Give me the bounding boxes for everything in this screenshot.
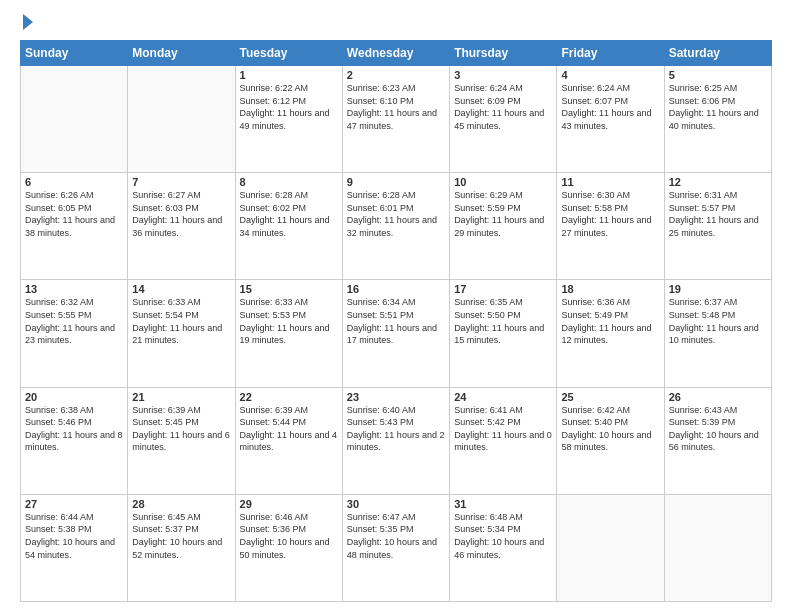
day-detail: Sunrise: 6:24 AMSunset: 6:07 PMDaylight:… [561,82,659,132]
day-number: 28 [132,498,230,510]
day-detail: Sunrise: 6:26 AMSunset: 6:05 PMDaylight:… [25,189,123,239]
calendar-cell: 16Sunrise: 6:34 AMSunset: 5:51 PMDayligh… [342,280,449,387]
calendar-cell: 15Sunrise: 6:33 AMSunset: 5:53 PMDayligh… [235,280,342,387]
day-detail: Sunrise: 6:28 AMSunset: 6:02 PMDaylight:… [240,189,338,239]
day-number: 6 [25,176,123,188]
day-number: 30 [347,498,445,510]
page: SundayMondayTuesdayWednesdayThursdayFrid… [0,0,792,612]
day-number: 8 [240,176,338,188]
day-detail: Sunrise: 6:44 AMSunset: 5:38 PMDaylight:… [25,511,123,561]
day-number: 17 [454,283,552,295]
day-detail: Sunrise: 6:47 AMSunset: 5:35 PMDaylight:… [347,511,445,561]
day-detail: Sunrise: 6:32 AMSunset: 5:55 PMDaylight:… [25,296,123,346]
calendar-cell: 5Sunrise: 6:25 AMSunset: 6:06 PMDaylight… [664,66,771,173]
day-detail: Sunrise: 6:45 AMSunset: 5:37 PMDaylight:… [132,511,230,561]
logo [20,16,33,30]
weekday-header-saturday: Saturday [664,41,771,66]
day-number: 21 [132,391,230,403]
logo-arrow-icon [23,14,33,30]
calendar-cell: 31Sunrise: 6:48 AMSunset: 5:34 PMDayligh… [450,494,557,601]
day-number: 20 [25,391,123,403]
day-number: 27 [25,498,123,510]
calendar-cell [21,66,128,173]
calendar-cell: 2Sunrise: 6:23 AMSunset: 6:10 PMDaylight… [342,66,449,173]
day-number: 4 [561,69,659,81]
calendar-cell: 20Sunrise: 6:38 AMSunset: 5:46 PMDayligh… [21,387,128,494]
day-number: 23 [347,391,445,403]
day-number: 22 [240,391,338,403]
day-number: 31 [454,498,552,510]
day-number: 29 [240,498,338,510]
calendar-cell: 17Sunrise: 6:35 AMSunset: 5:50 PMDayligh… [450,280,557,387]
calendar-cell: 21Sunrise: 6:39 AMSunset: 5:45 PMDayligh… [128,387,235,494]
weekday-header-friday: Friday [557,41,664,66]
calendar-cell: 1Sunrise: 6:22 AMSunset: 6:12 PMDaylight… [235,66,342,173]
calendar-cell: 12Sunrise: 6:31 AMSunset: 5:57 PMDayligh… [664,173,771,280]
day-detail: Sunrise: 6:24 AMSunset: 6:09 PMDaylight:… [454,82,552,132]
weekday-header-sunday: Sunday [21,41,128,66]
day-number: 16 [347,283,445,295]
calendar-cell [664,494,771,601]
calendar-cell: 27Sunrise: 6:44 AMSunset: 5:38 PMDayligh… [21,494,128,601]
calendar-cell: 9Sunrise: 6:28 AMSunset: 6:01 PMDaylight… [342,173,449,280]
header [20,16,772,30]
day-detail: Sunrise: 6:39 AMSunset: 5:44 PMDaylight:… [240,404,338,454]
calendar-cell: 23Sunrise: 6:40 AMSunset: 5:43 PMDayligh… [342,387,449,494]
weekday-header-wednesday: Wednesday [342,41,449,66]
day-detail: Sunrise: 6:35 AMSunset: 5:50 PMDaylight:… [454,296,552,346]
day-detail: Sunrise: 6:30 AMSunset: 5:58 PMDaylight:… [561,189,659,239]
weekday-header-thursday: Thursday [450,41,557,66]
calendar-cell: 24Sunrise: 6:41 AMSunset: 5:42 PMDayligh… [450,387,557,494]
day-number: 24 [454,391,552,403]
calendar-cell: 29Sunrise: 6:46 AMSunset: 5:36 PMDayligh… [235,494,342,601]
day-detail: Sunrise: 6:31 AMSunset: 5:57 PMDaylight:… [669,189,767,239]
day-number: 14 [132,283,230,295]
day-number: 12 [669,176,767,188]
day-detail: Sunrise: 6:39 AMSunset: 5:45 PMDaylight:… [132,404,230,454]
day-number: 3 [454,69,552,81]
weekday-header-row: SundayMondayTuesdayWednesdayThursdayFrid… [21,41,772,66]
calendar-cell: 10Sunrise: 6:29 AMSunset: 5:59 PMDayligh… [450,173,557,280]
day-number: 26 [669,391,767,403]
day-detail: Sunrise: 6:27 AMSunset: 6:03 PMDaylight:… [132,189,230,239]
day-detail: Sunrise: 6:40 AMSunset: 5:43 PMDaylight:… [347,404,445,454]
day-detail: Sunrise: 6:34 AMSunset: 5:51 PMDaylight:… [347,296,445,346]
day-detail: Sunrise: 6:41 AMSunset: 5:42 PMDaylight:… [454,404,552,454]
calendar-table: SundayMondayTuesdayWednesdayThursdayFrid… [20,40,772,602]
week-row-4: 20Sunrise: 6:38 AMSunset: 5:46 PMDayligh… [21,387,772,494]
day-detail: Sunrise: 6:38 AMSunset: 5:46 PMDaylight:… [25,404,123,454]
weekday-header-tuesday: Tuesday [235,41,342,66]
calendar-cell: 4Sunrise: 6:24 AMSunset: 6:07 PMDaylight… [557,66,664,173]
calendar-cell: 19Sunrise: 6:37 AMSunset: 5:48 PMDayligh… [664,280,771,387]
calendar-cell: 13Sunrise: 6:32 AMSunset: 5:55 PMDayligh… [21,280,128,387]
day-number: 7 [132,176,230,188]
day-number: 19 [669,283,767,295]
day-number: 5 [669,69,767,81]
day-detail: Sunrise: 6:25 AMSunset: 6:06 PMDaylight:… [669,82,767,132]
day-number: 13 [25,283,123,295]
week-row-5: 27Sunrise: 6:44 AMSunset: 5:38 PMDayligh… [21,494,772,601]
weekday-header-monday: Monday [128,41,235,66]
calendar-cell: 18Sunrise: 6:36 AMSunset: 5:49 PMDayligh… [557,280,664,387]
day-detail: Sunrise: 6:29 AMSunset: 5:59 PMDaylight:… [454,189,552,239]
day-detail: Sunrise: 6:33 AMSunset: 5:54 PMDaylight:… [132,296,230,346]
week-row-3: 13Sunrise: 6:32 AMSunset: 5:55 PMDayligh… [21,280,772,387]
calendar-cell [557,494,664,601]
calendar-cell: 22Sunrise: 6:39 AMSunset: 5:44 PMDayligh… [235,387,342,494]
day-detail: Sunrise: 6:33 AMSunset: 5:53 PMDaylight:… [240,296,338,346]
day-number: 15 [240,283,338,295]
week-row-2: 6Sunrise: 6:26 AMSunset: 6:05 PMDaylight… [21,173,772,280]
day-detail: Sunrise: 6:36 AMSunset: 5:49 PMDaylight:… [561,296,659,346]
calendar-cell: 26Sunrise: 6:43 AMSunset: 5:39 PMDayligh… [664,387,771,494]
day-detail: Sunrise: 6:46 AMSunset: 5:36 PMDaylight:… [240,511,338,561]
day-detail: Sunrise: 6:42 AMSunset: 5:40 PMDaylight:… [561,404,659,454]
calendar-cell: 11Sunrise: 6:30 AMSunset: 5:58 PMDayligh… [557,173,664,280]
day-number: 10 [454,176,552,188]
calendar-cell: 25Sunrise: 6:42 AMSunset: 5:40 PMDayligh… [557,387,664,494]
calendar-cell: 30Sunrise: 6:47 AMSunset: 5:35 PMDayligh… [342,494,449,601]
day-detail: Sunrise: 6:48 AMSunset: 5:34 PMDaylight:… [454,511,552,561]
day-detail: Sunrise: 6:22 AMSunset: 6:12 PMDaylight:… [240,82,338,132]
day-number: 9 [347,176,445,188]
week-row-1: 1Sunrise: 6:22 AMSunset: 6:12 PMDaylight… [21,66,772,173]
calendar-cell: 8Sunrise: 6:28 AMSunset: 6:02 PMDaylight… [235,173,342,280]
